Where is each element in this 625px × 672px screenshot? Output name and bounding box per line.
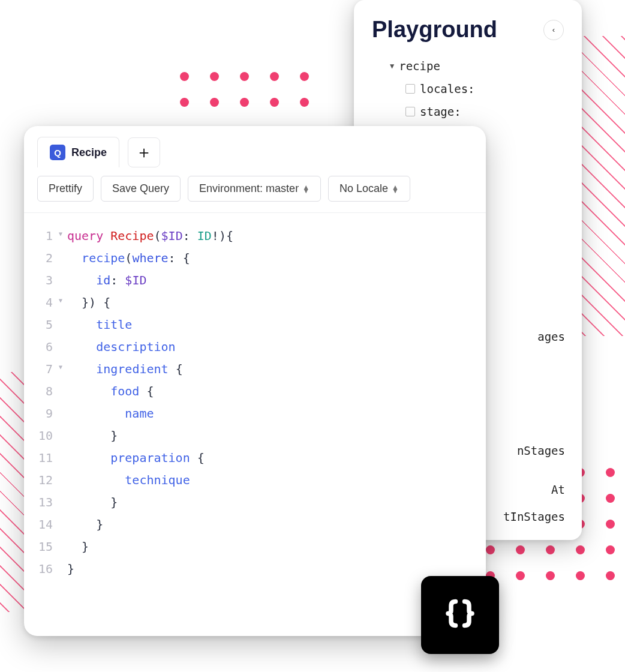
- tree-arg-stage[interactable]: stage:: [405, 100, 564, 123]
- tree-node-recipe[interactable]: ▼ recipe: [390, 55, 564, 77]
- tree-arg-label: locales:: [420, 77, 475, 100]
- tree-arg-label: stage:: [420, 100, 461, 123]
- caret-down-icon: ▼: [390, 59, 394, 73]
- code-text: technique: [56, 469, 190, 491]
- code-line[interactable]: 9 name: [24, 403, 486, 425]
- query-editor-panel: Q Recipe ＋ Prettify Save Query Environme…: [24, 126, 486, 636]
- code-text: }: [56, 425, 118, 447]
- line-number: 7▼: [24, 358, 56, 380]
- tab-recipe[interactable]: Q Recipe: [37, 137, 119, 167]
- braces-icon: [442, 597, 478, 633]
- button-label: Save Query: [112, 182, 169, 195]
- line-number: 16: [24, 558, 56, 580]
- explorer-tree[interactable]: ▼ recipe locales: stage:: [390, 55, 564, 123]
- tab-label: Recipe: [71, 146, 107, 159]
- select-label: Environment: master: [199, 182, 299, 195]
- code-text: query Recipe($ID: ID!){: [56, 225, 233, 247]
- line-number: 11: [24, 447, 56, 469]
- tree-peek-label: At: [551, 477, 565, 503]
- add-tab-button[interactable]: ＋: [128, 137, 160, 167]
- fold-icon[interactable]: ▼: [59, 362, 62, 373]
- save-query-button[interactable]: Save Query: [101, 176, 181, 202]
- toolbar: Prettify Save Query Environment: master …: [24, 167, 486, 213]
- code-line[interactable]: 10 }: [24, 425, 486, 447]
- chevron-left-icon: ‹: [552, 25, 555, 34]
- tree-peek-label: tInStages: [503, 504, 565, 530]
- line-number: 8: [24, 380, 56, 403]
- tree-peek-label: ages: [537, 324, 565, 350]
- tree-peek-label: nStages: [517, 438, 565, 464]
- line-number: 6: [24, 336, 56, 358]
- tree-arg-locales[interactable]: locales:: [405, 77, 564, 100]
- line-number: 12: [24, 469, 56, 491]
- code-text: }: [56, 536, 89, 558]
- collapse-button[interactable]: ‹: [543, 20, 564, 40]
- code-text: food {: [56, 380, 154, 403]
- code-text: name: [56, 403, 154, 425]
- code-text: title: [56, 314, 132, 336]
- code-line[interactable]: 3 id: $ID: [24, 269, 486, 292]
- checkbox-icon[interactable]: [405, 107, 415, 116]
- locale-select[interactable]: No Locale ▲▼: [328, 176, 410, 202]
- code-text: }: [56, 491, 118, 514]
- code-line[interactable]: 7▼ ingredient {: [24, 358, 486, 380]
- playground-title: Playground: [372, 17, 497, 43]
- code-text: preparation {: [56, 447, 205, 469]
- code-line[interactable]: 5 title: [24, 314, 486, 336]
- code-line[interactable]: 4▼ }) {: [24, 292, 486, 314]
- code-line[interactable]: 6 description: [24, 336, 486, 358]
- line-number: 4▼: [24, 292, 56, 314]
- prettify-button[interactable]: Prettify: [37, 176, 94, 202]
- line-number: 5: [24, 314, 56, 336]
- code-text: ingredient {: [56, 358, 183, 380]
- line-number: 2: [24, 247, 56, 269]
- line-number: 1▼: [24, 225, 56, 247]
- line-number: 3: [24, 269, 56, 292]
- tabs-row: Q Recipe ＋: [24, 126, 486, 167]
- code-line[interactable]: 13 }: [24, 491, 486, 514]
- fold-icon[interactable]: ▼: [59, 295, 62, 307]
- sort-icon: ▲▼: [302, 185, 310, 193]
- code-line[interactable]: 2 recipe(where: {: [24, 247, 486, 269]
- code-text: }: [56, 514, 103, 536]
- code-line[interactable]: 16}: [24, 558, 486, 580]
- code-text: id: $ID: [56, 269, 146, 292]
- query-badge: Q: [50, 145, 65, 160]
- code-line[interactable]: 1▼query Recipe($ID: ID!){: [24, 225, 486, 247]
- code-line[interactable]: 12 technique: [24, 469, 486, 491]
- sort-icon: ▲▼: [392, 185, 399, 193]
- code-text: recipe(where: {: [56, 247, 190, 269]
- decorative-dots-top: [180, 72, 309, 107]
- line-number: 10: [24, 425, 56, 447]
- line-number: 14: [24, 514, 56, 536]
- code-line[interactable]: 8 food {: [24, 380, 486, 403]
- code-badge: [421, 576, 499, 654]
- tree-node-label: recipe: [399, 55, 440, 77]
- select-label: No Locale: [339, 182, 388, 195]
- code-line[interactable]: 15 }: [24, 536, 486, 558]
- code-text: description: [56, 336, 176, 358]
- fold-icon[interactable]: ▼: [59, 229, 62, 240]
- environment-select[interactable]: Environment: master ▲▼: [188, 176, 321, 202]
- line-number: 13: [24, 491, 56, 514]
- checkbox-icon[interactable]: [405, 84, 415, 94]
- code-line[interactable]: 11 preparation {: [24, 447, 486, 469]
- line-number: 15: [24, 536, 56, 558]
- code-line[interactable]: 14 }: [24, 514, 486, 536]
- code-editor[interactable]: 1▼query Recipe($ID: ID!){2 recipe(where:…: [24, 213, 486, 592]
- line-number: 9: [24, 403, 56, 425]
- code-text: }) {: [56, 292, 110, 314]
- plus-icon: ＋: [136, 141, 152, 164]
- button-label: Prettify: [49, 182, 82, 195]
- code-text: }: [56, 558, 74, 580]
